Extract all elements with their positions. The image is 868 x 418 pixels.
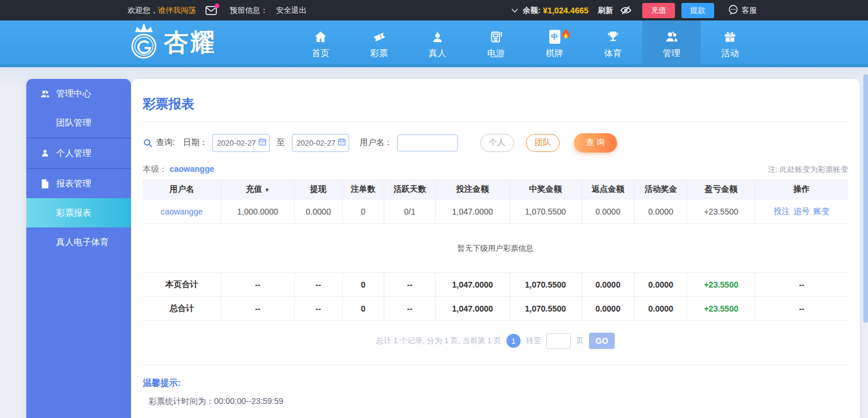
current-username[interactable]: 谁伴我闯荡 — [158, 5, 196, 16]
nav-item-boardgames[interactable]: 中 棋牌 — [525, 20, 584, 67]
person-icon — [40, 148, 50, 158]
nav-item-sports[interactable]: 体育 — [584, 20, 642, 67]
nav-label: 棋牌 — [546, 48, 563, 59]
date-to-input[interactable] — [297, 139, 337, 147]
nav-item-egames[interactable]: 电游 — [467, 20, 525, 67]
sidebar-item-lottery-report[interactable]: 彩票报表 — [26, 198, 131, 227]
brand-logo[interactable]: 杏耀 — [128, 20, 216, 64]
calendar-icon — [337, 137, 346, 148]
tips-line: 彩票统计时间为：00:00:00--23:59:59 — [143, 396, 848, 407]
username-label: 用户名： — [360, 137, 392, 148]
search-submit-button[interactable]: 查 询 — [574, 133, 617, 153]
date-from-input[interactable] — [217, 139, 258, 147]
nav-label: 体育 — [604, 48, 622, 59]
sort-desc-icon: ▼ — [264, 187, 270, 193]
nav-label: 彩票 — [370, 48, 388, 59]
nav-item-live[interactable]: 真人 — [408, 20, 467, 67]
customer-service-button[interactable]: 客服 — [728, 4, 757, 17]
page-1-button[interactable]: 1 — [507, 334, 521, 348]
date-from-field[interactable] — [212, 134, 270, 152]
action-account-change-link[interactable]: 账变 — [814, 206, 830, 217]
col-username: 用户名 — [143, 180, 221, 199]
row-username-link[interactable]: caowangge — [161, 207, 203, 216]
divider — [143, 364, 848, 365]
col-recharge-sort[interactable]: 充值 ▼ — [221, 180, 294, 199]
scrollbar-thumb[interactable] — [863, 74, 868, 323]
empty-message: 暂无下级用户彩票信息 — [143, 224, 848, 273]
sidebar-item-report-manage[interactable]: 报表管理 — [26, 169, 131, 198]
sidebar-item-label: 个人管理 — [56, 148, 91, 159]
nav-label: 真人 — [429, 48, 446, 59]
cell-rebate: 0.0000 — [581, 199, 634, 224]
recharge-button[interactable]: 充值 — [642, 3, 675, 18]
sidebar-item-label: 彩票报表 — [56, 208, 91, 219]
logout-link[interactable]: 安全退出 — [276, 5, 306, 16]
report-table: 用户名 充值 ▼ 提现 注单数 活跃天数 投注金额 中奖金额 返点金额 活动奖金… — [143, 179, 848, 321]
home-icon — [314, 29, 328, 44]
cell-activity-bonus: 0.0000 — [635, 199, 687, 224]
page: 欢迎您，谁伴我闯荡 预留信息： 安全退出 余额: ¥1,024.4665 刷新 … — [0, 0, 868, 418]
pagination-summary: 总计 1 个记录, 分为 1 页, 当前第 1 页 — [376, 336, 501, 346]
col-bet-amount: 投注金额 — [435, 180, 509, 199]
live-person-icon — [430, 29, 445, 44]
table-header-row: 用户名 充值 ▼ 提现 注单数 活跃天数 投注金额 中奖金额 返点金额 活动奖金… — [143, 180, 848, 199]
team-icon — [664, 29, 679, 44]
cell-recharge: 1,000.0000 — [221, 199, 294, 224]
col-rebate: 返点金额 — [581, 180, 634, 199]
topbar: 欢迎您，谁伴我闯荡 预留信息： 安全退出 余额: ¥1,024.4665 刷新 … — [0, 0, 868, 20]
welcome-text: 欢迎您， — [128, 5, 158, 16]
personal-filter-button[interactable]: 个人 — [480, 134, 514, 152]
content-panel: 彩票报表 查询: 日期： 至 用户名： — [131, 79, 860, 418]
col-withdraw: 提现 — [294, 180, 342, 199]
account-change-note: 注: 此处账变为彩票账变 — [768, 164, 848, 175]
page-title: 彩票报表 — [143, 79, 848, 113]
mahjong-tile-icon: 中 — [549, 29, 560, 44]
action-chase-link[interactable]: 追号 — [794, 206, 810, 217]
date-to-field[interactable] — [292, 134, 349, 152]
action-bet-link[interactable]: 投注 — [774, 206, 790, 217]
withdraw-button[interactable]: 提款 — [681, 3, 714, 18]
username-input[interactable] — [397, 134, 458, 151]
pagination: 总计 1 个记录, 分为 1 页, 当前第 1 页 1 转至 页 GO — [143, 333, 848, 349]
sidebar-item-label: 真人电子体育 — [56, 237, 109, 248]
col-activity-bonus: 活动奖金 — [635, 180, 687, 199]
nav-item-lottery[interactable]: 彩票 — [350, 20, 408, 67]
sidebar-item-label: 报表管理 — [56, 178, 91, 189]
nav-item-home[interactable]: 首页 — [291, 20, 350, 67]
balance-value: ¥1,024.4665 — [543, 6, 588, 15]
cell-profit: +23.5500 — [687, 199, 755, 224]
nav-label: 电游 — [487, 48, 505, 59]
goto-page-input[interactable] — [546, 333, 571, 349]
team-icon — [40, 89, 50, 99]
sidebar-item-label: 团队管理 — [56, 118, 91, 129]
topbar-left: 欢迎您，谁伴我闯荡 预留信息： 安全退出 — [128, 5, 306, 16]
chevron-down-icon[interactable] — [511, 8, 518, 13]
empty-row: 暂无下级用户彩票信息 — [143, 224, 848, 273]
cell-active-days: 0/1 — [384, 199, 435, 224]
col-bets: 注单数 — [342, 180, 384, 199]
sidebar-item-live-esports[interactable]: 真人电子体育 — [26, 227, 131, 257]
nav-item-manage[interactable]: 管理 — [642, 20, 701, 67]
col-win-amount: 中奖金额 — [509, 180, 581, 199]
sidebar-item-team-manage[interactable]: 团队管理 — [26, 108, 131, 137]
sidebar-item-personal-manage[interactable]: 个人管理 — [26, 139, 131, 168]
go-button[interactable]: GO — [589, 333, 615, 349]
cell-withdraw: 0.0000 — [294, 199, 342, 224]
sidebar: 管理中心 团队管理 个人管理 报表管理 彩票报表 真人电子体育 — [26, 79, 131, 418]
to-label: 至 — [277, 137, 285, 148]
grand-total-row: 总合计 -- -- 0 -- 1,047.0000 1,070.5500 0.0… — [143, 297, 848, 321]
nav-item-activity[interactable]: 活动 — [701, 20, 759, 67]
service-label: 客服 — [742, 5, 757, 16]
eye-slash-icon[interactable] — [620, 5, 632, 15]
sidebar-item-manage-center[interactable]: 管理中心 — [26, 79, 131, 108]
level-label: 本级： — [143, 164, 167, 174]
mail-icon[interactable] — [205, 6, 217, 15]
level-username-link[interactable]: caowangge — [170, 164, 214, 174]
refresh-button[interactable]: 刷新 — [598, 5, 613, 16]
report-icon — [40, 179, 50, 189]
topbar-right: 余额: ¥1,024.4665 刷新 充值 提款 客服 — [511, 3, 757, 18]
nav-label: 管理 — [663, 48, 680, 59]
col-profit: 盈亏金额 — [687, 180, 755, 199]
team-filter-button[interactable]: 团队 — [526, 134, 560, 152]
cell-bets: 0 — [342, 199, 384, 224]
